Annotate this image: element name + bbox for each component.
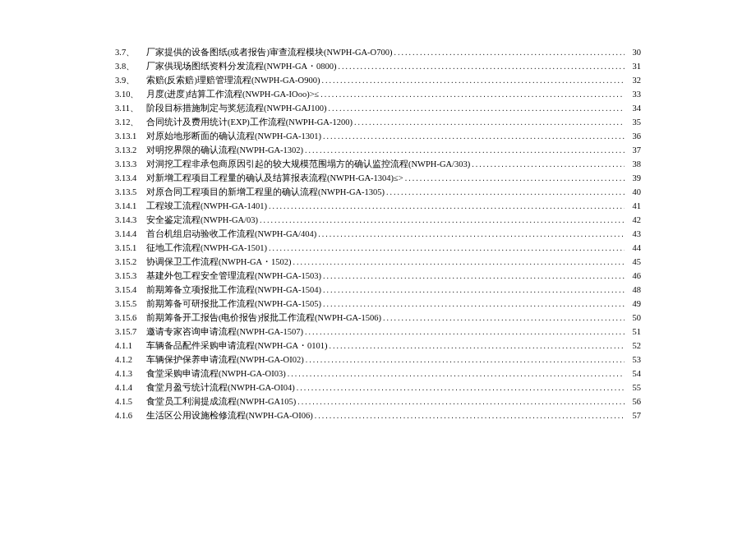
toc-leader-dots [330,339,625,353]
toc-number: 3.15.1 [115,241,146,255]
toc-entry: 3.12、合同统计及费用统计(EXP)工作流程(NWPH-GA-1200)35 [115,115,641,129]
toc-page-number: 48 [626,283,641,297]
toc-page-number: 36 [626,129,641,143]
toc-entry: 3.8、厂家供现场图纸资料分发流程(NWPH-GA・0800)31 [115,59,641,73]
toc-number: 3.15.5 [115,297,146,311]
toc-page-number: 50 [626,311,641,325]
toc-page-number: 34 [626,101,641,115]
toc-page-number: 39 [626,171,641,185]
toc-title: 首台机组启动验收工作流程(NWPH-GA/404) [146,227,316,241]
toc-leader-dots [288,367,625,380]
toc-leader-dots [321,73,625,87]
toc-leader-dots [354,115,625,129]
toc-entry: 3.15.6前期筹备开工报告(电价报告)报批工作流程(NWPH-GA-1506)… [115,311,641,325]
toc-leader-dots [305,143,625,157]
toc-entry: 3.11、阶段目标措施制定与奖惩流程(NWPH-GAJ100)34 [115,101,641,115]
toc-number: 3.7、 [115,45,146,59]
toc-entry: 3.14.3安全鉴定流程(NWPH-GA/03)42 [115,213,641,227]
toc-number: 3.11、 [115,101,146,115]
toc-title: 工程竣工流程(NWPH-GA-1401) [146,199,267,213]
toc-leader-dots [394,45,625,59]
toc-entry: 3.15.4前期筹备立项报批工作流程(NWPH-GA-1504)48 [115,283,641,297]
toc-number: 4.1.5 [115,394,146,408]
toc-leader-dots [323,297,625,311]
toc-title: 厂家供现场图纸资料分发流程(NWPH-GA・0800) [146,59,337,73]
toc-page-number: 51 [626,325,641,339]
toc-number: 3.15.3 [115,269,146,283]
toc-entry: 3.15.5前期筹备可研报批工作流程(NWPH-GA-1505)49 [115,297,641,311]
toc-title: 合同统计及费用统计(EXP)工作流程(NWPH-GA-1200) [146,115,353,129]
toc-leader-dots [297,394,625,408]
toc-title: 前期筹备开工报告(电价报告)报批工作流程(NWPH-GA-1506) [146,311,381,325]
toc-leader-dots [383,311,625,325]
toc-page-number: 33 [626,87,641,101]
toc-entry: 3.13.5对原合同工程项目的新增工程里的确认流程(NWPH-GA-1305)4… [115,185,641,199]
toc-page-number: 52 [626,339,641,353]
toc-title: 对新增工程项目工程量的确认及结算报表流程(NWPH-GA-1304)≤> [146,171,403,185]
toc-number: 3.14.1 [115,199,146,213]
toc-entry: 3.13.4对新增工程项目工程量的确认及结算报表流程(NWPH-GA-1304)… [115,171,641,185]
toc-title: 邀请专家咨询申请流程(NWPH-GA-1507) [146,325,303,339]
toc-page-number: 32 [626,73,641,87]
toc-title: 索赔(反索赔)理赔管理流程(NWPH-GA-O900) [146,73,320,87]
toc-leader-dots [260,213,625,227]
toc-number: 3.14.4 [115,227,146,241]
toc-number: 3.13.3 [115,157,146,171]
toc-page-number: 42 [626,213,641,227]
toc-entry: 3.14.4首台机组启动验收工作流程(NWPH-GA/404)43 [115,227,641,241]
toc-leader-dots [405,171,625,185]
toc-title: 阶段目标措施制定与奖惩流程(NWPH-GAJ100) [146,101,326,115]
toc-page-number: 55 [626,380,641,394]
toc-leader-dots [328,101,625,115]
toc-entry: 3.13.1对原始地形断面的确认流程(NWPH-GA-1301)36 [115,129,641,143]
toc-number: 4.1.2 [115,353,146,367]
toc-title: 生活区公用设施检修流程(NWPH-GA-OI06) [146,408,313,422]
toc-title: 车辆保护保养申请流程(NWPH-GA-OI02) [146,353,304,367]
toc-entry: 3.10、月度(进度)结算工作流程(NWPH-GA-IOoo)>≤33 [115,87,641,101]
toc-entry: 3.14.1工程竣工流程(NWPH-GA-1401)41 [115,199,641,213]
toc-page-number: 56 [626,394,641,408]
toc-entry: 3.15.7邀请专家咨询申请流程(NWPH-GA-1507)51 [115,325,641,339]
toc-leader-dots [293,255,625,269]
toc-number: 3.13.1 [115,129,146,143]
toc-number: 3.13.2 [115,143,146,157]
toc-page-number: 40 [626,185,641,199]
toc-number: 3.14.3 [115,213,146,227]
toc-title: 车辆备品配件采购申请流程(NWPH-GA・0101) [146,339,328,353]
toc-page-number: 37 [626,143,641,157]
toc-entry: 4.1.6生活区公用设施检修流程(NWPH-GA-OI06)57 [115,408,641,422]
toc-title: 食堂员工利润提成流程(NWPH-GA105) [146,394,296,408]
toc-entry: 4.1.4食堂月盈亏统计流程(NWPH-GA-OI04)55 [115,380,641,394]
toc-number: 3.15.2 [115,255,146,269]
toc-page-number: 53 [626,353,641,367]
toc-page-number: 54 [626,367,641,380]
toc-page-number: 57 [626,408,641,422]
toc-entry: 4.1.5食堂员工利润提成流程(NWPH-GA105)56 [115,394,641,408]
toc-leader-dots [320,87,625,101]
toc-title: 安全鉴定流程(NWPH-GA/03) [146,213,258,227]
toc-page-number: 38 [626,157,641,171]
toc-title: 食堂月盈亏统计流程(NWPH-GA-OI04) [146,380,295,394]
toc-page-number: 44 [626,241,641,255]
toc-number: 3.9、 [115,73,146,87]
toc-number: 3.8、 [115,59,146,73]
toc-leader-dots [269,241,625,255]
toc-number: 4.1.6 [115,408,146,422]
toc-number: 4.1.3 [115,367,146,380]
toc-number: 3.15.6 [115,311,146,325]
toc-entry: 3.13.3对洞挖工程非承包商原因引起的较大规模范围塌方的确认监控流程(NWPH… [115,157,641,171]
toc-leader-dots [315,408,625,422]
toc-page-number: 30 [626,45,641,59]
toc-title: 对原始地形断面的确认流程(NWPH-GA-1301) [146,129,321,143]
toc-leader-dots [269,199,625,213]
toc-number: 3.12、 [115,115,146,129]
toc-number: 3.15.7 [115,325,146,339]
toc-page-number: 31 [626,59,641,73]
toc-title: 厂家提供的设备图纸(或者报告)审查流程模块(NWPH-GA-O700) [146,45,392,59]
toc-title: 食堂采购申请流程(NWPH-GA-OI03) [146,367,286,380]
toc-number: 3.15.4 [115,283,146,297]
toc-number: 3.13.5 [115,185,146,199]
toc-number: 3.13.4 [115,171,146,185]
toc-title: 协调保卫工作流程(NWPH-GA・1502) [146,255,292,269]
table-of-contents: 3.7、厂家提供的设备图纸(或者报告)审查流程模块(NWPH-GA-O700)3… [115,45,641,422]
